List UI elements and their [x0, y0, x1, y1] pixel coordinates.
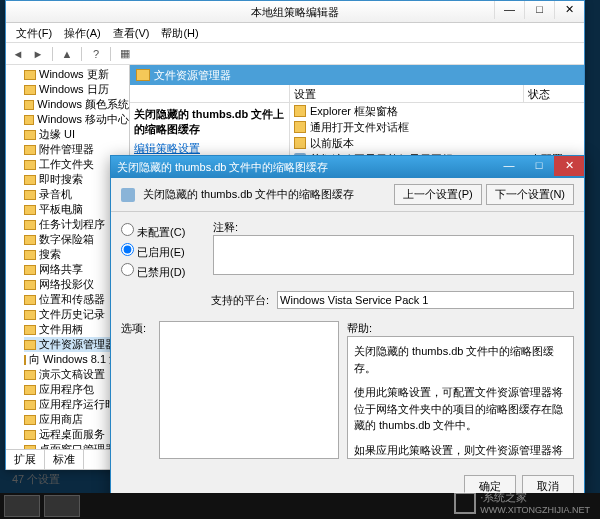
- folder-icon: [24, 160, 36, 170]
- folder-icon: [294, 105, 306, 117]
- folder-icon: [24, 130, 36, 140]
- watermark: ·系统之家 WWW.XITONGZHIJIA.NET: [454, 490, 590, 515]
- setting-icon: [121, 188, 135, 202]
- edit-policy-link[interactable]: 编辑策略设置: [134, 141, 285, 156]
- options-box: [159, 321, 339, 459]
- tree-item-label: 即时搜索: [39, 172, 83, 187]
- dialog-title-bar[interactable]: 关闭隐藏的 thumbs.db 文件中的缩略图缓存 — □ ✕: [111, 156, 584, 178]
- comment-textarea[interactable]: [213, 235, 574, 275]
- back-icon[interactable]: ◄: [10, 46, 26, 62]
- menu-action[interactable]: 操作(A): [58, 25, 107, 40]
- tree-item-label: 演示文稿设置: [39, 367, 105, 382]
- tree-item-label: Windows 移动中心: [37, 112, 129, 127]
- folder-icon: [294, 137, 306, 149]
- watermark-text: ·系统之家: [480, 490, 590, 505]
- menu-help[interactable]: 帮助(H): [155, 25, 204, 40]
- folder-icon: [24, 100, 34, 110]
- radio-disabled[interactable]: 已禁用(D): [121, 263, 201, 280]
- tree-item[interactable]: Windows 移动中心: [24, 112, 129, 127]
- dialog-title: 关闭隐藏的 thumbs.db 文件中的缩略图缓存: [117, 160, 328, 175]
- help-paragraph: 关闭隐藏的 thumbs.db 文件中的缩略图缓存。: [354, 343, 567, 376]
- tree-item[interactable]: Windows 更新: [24, 67, 129, 82]
- menu-file[interactable]: 文件(F): [10, 25, 58, 40]
- tree-item-label: 应用商店: [39, 412, 83, 427]
- tree-item-label: Windows 日历: [39, 82, 109, 97]
- folder-icon: [24, 355, 26, 365]
- state-radio-group: 未配置(C) 已启用(E) 已禁用(D): [121, 220, 201, 283]
- tree-item-label: 边缘 UI: [39, 127, 75, 142]
- dialog-maximize-button[interactable]: □: [524, 156, 554, 176]
- tab-extended[interactable]: 扩展: [6, 450, 45, 469]
- tab-standard[interactable]: 标准: [45, 450, 84, 469]
- list-item[interactable]: 以前版本: [290, 135, 584, 151]
- tree-item-label: 网络投影仪: [39, 277, 94, 292]
- comment-label: 注释:: [213, 220, 574, 235]
- taskbar-item[interactable]: [4, 495, 40, 517]
- list-item[interactable]: Explorer 框架窗格: [290, 103, 584, 119]
- radio-unconfigured[interactable]: 未配置(C): [121, 223, 201, 240]
- toolbar: ◄ ► ▲ ? ▦: [6, 43, 584, 65]
- tree-item-label: 文件用柄: [39, 322, 83, 337]
- folder-icon: [24, 70, 36, 80]
- help-paragraph: 使用此策略设置，可配置文件资源管理器将位于网络文件夹中的项目的缩略图缓存在隐藏的…: [354, 384, 567, 434]
- dialog-minimize-button[interactable]: —: [494, 156, 524, 176]
- dialog-close-button[interactable]: ✕: [554, 156, 584, 176]
- folder-icon: [24, 415, 36, 425]
- col-left: [130, 85, 290, 102]
- folder-icon: [24, 190, 36, 200]
- help-label: 帮助:: [347, 321, 377, 336]
- help-icon[interactable]: ?: [88, 46, 104, 62]
- supported-value: [277, 291, 574, 309]
- tree-item[interactable]: 边缘 UI: [24, 127, 129, 142]
- tree-item[interactable]: Windows 颜色系统: [24, 97, 129, 112]
- filter-icon[interactable]: ▦: [117, 46, 133, 62]
- tree-item-label: 任务计划程序: [39, 217, 105, 232]
- tree-item-label: 附件管理器: [39, 142, 94, 157]
- tree-item-label: 位置和传感器: [39, 292, 105, 307]
- column-headers: 设置 状态: [130, 85, 584, 103]
- radio-enabled[interactable]: 已启用(E): [121, 243, 201, 260]
- folder-icon: [24, 220, 36, 230]
- maximize-button[interactable]: □: [524, 1, 554, 19]
- folder-icon: [24, 205, 36, 215]
- window-title-bar[interactable]: 本地组策略编辑器 — □ ✕: [6, 1, 584, 23]
- tree-item-label: 工作文件夹: [39, 157, 94, 172]
- forward-icon[interactable]: ►: [30, 46, 46, 62]
- toolbar-separator: [52, 47, 53, 61]
- tree-item-label: 应用程序包: [39, 382, 94, 397]
- tree-item-label: 远程桌面服务: [39, 427, 105, 442]
- tree-item-label: 应用程序运行时: [39, 397, 116, 412]
- tree-item-label: 文件历史记录: [39, 307, 105, 322]
- taskbar-item[interactable]: [44, 495, 80, 517]
- prev-setting-button[interactable]: 上一个设置(P): [394, 184, 482, 205]
- close-button[interactable]: ✕: [554, 1, 584, 19]
- toolbar-separator: [81, 47, 82, 61]
- dialog-policy-label: 关闭隐藏的 thumbs.db 文件中的缩略图缓存: [143, 187, 354, 202]
- minimize-button[interactable]: —: [494, 1, 524, 19]
- col-setting[interactable]: 设置: [290, 85, 524, 102]
- window-title: 本地组策略编辑器: [251, 6, 339, 18]
- tree-item-label: 网络共享: [39, 262, 83, 277]
- folder-icon: [24, 175, 36, 185]
- next-setting-button[interactable]: 下一个设置(N): [486, 184, 574, 205]
- col-state[interactable]: 状态: [524, 85, 584, 102]
- policy-name: 关闭隐藏的 thumbs.db 文件上的缩略图缓存: [134, 107, 285, 137]
- folder-icon: [24, 250, 36, 260]
- watermark-logo-icon: [454, 492, 476, 514]
- tree-item-label: Windows 更新: [39, 67, 109, 82]
- help-paragraph: 如果应用此策略设置，则文件资源管理器将不会创建、读取或写入 thumbs.db …: [354, 442, 567, 460]
- menu-bar: 文件(F) 操作(A) 查看(V) 帮助(H): [6, 23, 584, 43]
- list-item[interactable]: 通用打开文件对话框: [290, 119, 584, 135]
- folder-icon: [24, 310, 36, 320]
- tree-item[interactable]: Windows 日历: [24, 82, 129, 97]
- options-label: 选项:: [121, 321, 151, 336]
- folder-icon: [24, 85, 36, 95]
- folder-icon: [24, 385, 36, 395]
- content-header: 文件资源管理器: [130, 65, 584, 85]
- tree-item-label: 平板电脑: [39, 202, 83, 217]
- menu-view[interactable]: 查看(V): [107, 25, 156, 40]
- folder-icon: [24, 235, 36, 245]
- folder-icon: [24, 370, 36, 380]
- up-icon[interactable]: ▲: [59, 46, 75, 62]
- tree-item-label: 搜索: [39, 247, 61, 262]
